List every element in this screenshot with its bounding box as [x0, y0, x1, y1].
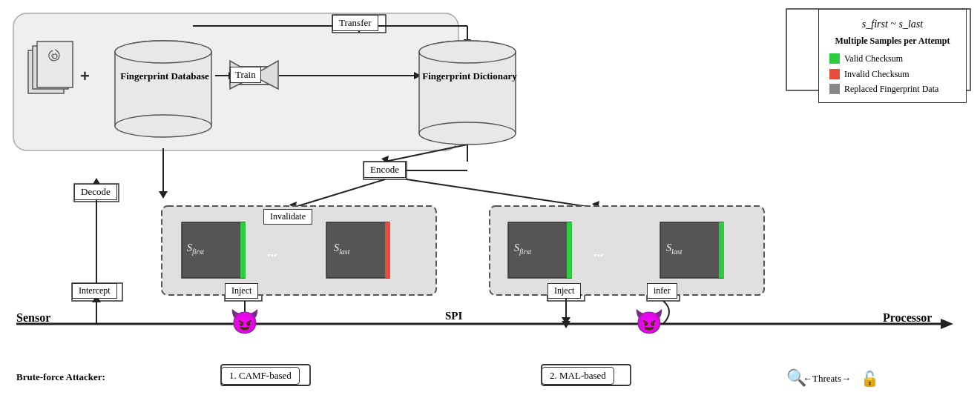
- svg-point-49: [115, 41, 211, 63]
- intercept-label: Intercept: [79, 285, 111, 296]
- invalid-color: [829, 69, 840, 79]
- transfer-label-box: Transfer: [332, 15, 378, 31]
- svg-point-53: [115, 115, 211, 137]
- legend-formula: s_first ~ s_last: [829, 16, 956, 33]
- diagram-container: +: [0, 0, 980, 398]
- legend-invalid: Invalid Checksum: [829, 67, 956, 82]
- sensor-label: Sensor: [16, 311, 50, 325]
- svg-rect-64: [385, 222, 390, 278]
- encode-label-box: Encode: [364, 162, 406, 178]
- svg-marker-43: [414, 72, 421, 79]
- svg-rect-62: [240, 222, 246, 278]
- svg-rect-68: [719, 222, 724, 278]
- invalidate-label: Invalidate: [270, 211, 306, 222]
- svg-rect-66: [567, 222, 572, 278]
- infer-label-box: infer: [647, 283, 677, 299]
- svg-marker-26: [592, 201, 599, 209]
- svg-marker-32: [562, 317, 570, 325]
- legend-subtitle: Multiple Samples per Attempt: [829, 33, 956, 48]
- invalidate-label-box: Invalidate: [263, 209, 312, 225]
- s-last-right: Slast: [666, 242, 682, 256]
- svg-marker-22: [159, 191, 168, 199]
- legend-box: s_first ~ s_last Multiple Samples per At…: [818, 9, 967, 103]
- attacker-label: Brute-force Attacker:: [16, 371, 105, 383]
- svg-marker-74: [562, 321, 570, 328]
- legend-replaced: Replaced Fingerprint Data: [829, 82, 956, 96]
- decode-label: Decode: [81, 186, 111, 197]
- inject1-label: Inject: [231, 285, 251, 296]
- valid-label: Valid Checksum: [844, 51, 903, 66]
- spi-label: SPI: [445, 310, 462, 322]
- svg-point-54: [115, 41, 211, 63]
- svg-rect-56: [419, 52, 516, 133]
- train-label: Train: [235, 69, 256, 80]
- dots-right: ...: [593, 245, 604, 260]
- invalid-label: Invalid Checksum: [844, 67, 910, 82]
- svg-marker-18: [941, 319, 953, 329]
- valid-color: [829, 53, 840, 64]
- inject2-label-box: Inject: [547, 283, 581, 299]
- svg-marker-6: [464, 39, 471, 47]
- s-last-left: Slast: [334, 242, 349, 256]
- devil-icon-2: 😈: [634, 308, 664, 336]
- svg-line-29: [385, 145, 467, 162]
- svg-rect-46: [33, 46, 68, 89]
- train-label-box: Train: [230, 67, 261, 83]
- svg-point-60: [419, 41, 516, 63]
- replaced-label: Replaced Fingerprint Data: [844, 82, 938, 96]
- threats-label: ←Threats→: [803, 373, 851, 385]
- legend-valid: Valid Checksum: [829, 51, 956, 66]
- camf-box: 1. CAMF-based: [221, 367, 300, 385]
- svg-rect-50: [115, 52, 211, 126]
- svg-point-59: [419, 122, 516, 145]
- devil-icon-1: 😈: [230, 308, 260, 336]
- svg-point-55: [419, 41, 516, 63]
- svg-line-25: [407, 179, 593, 208]
- mal-label: 2. MAL-based: [550, 370, 606, 381]
- replaced-color: [829, 84, 840, 94]
- infer-label: infer: [654, 285, 671, 296]
- s-first-right: Sfirst: [514, 242, 531, 256]
- decode-label-box: Decode: [74, 184, 117, 200]
- inject1-label-box: Inject: [225, 283, 258, 299]
- svg-rect-47: [37, 42, 73, 87]
- encode-label: Encode: [370, 164, 399, 175]
- svg-text:+: +: [80, 67, 90, 85]
- mal-box: 2. MAL-based: [542, 367, 614, 385]
- processor-label: Processor: [883, 311, 932, 325]
- fp-dictionary-label: Fingerprint Dictionary: [421, 70, 518, 82]
- camf-label: 1. CAMF-based: [229, 370, 292, 381]
- lock-icon: 🔓: [861, 370, 879, 388]
- inject2-label: Inject: [554, 285, 574, 296]
- svg-line-23: [293, 179, 385, 208]
- fp-database-label: Fingerprint Database: [120, 70, 209, 82]
- svg-point-48: [53, 54, 57, 59]
- s-first-left: Sfirst: [187, 242, 204, 256]
- dots-left: ...: [267, 245, 277, 260]
- intercept-label-box: Intercept: [72, 283, 117, 299]
- transfer-label: Transfer: [339, 17, 372, 28]
- svg-rect-45: [28, 50, 64, 93]
